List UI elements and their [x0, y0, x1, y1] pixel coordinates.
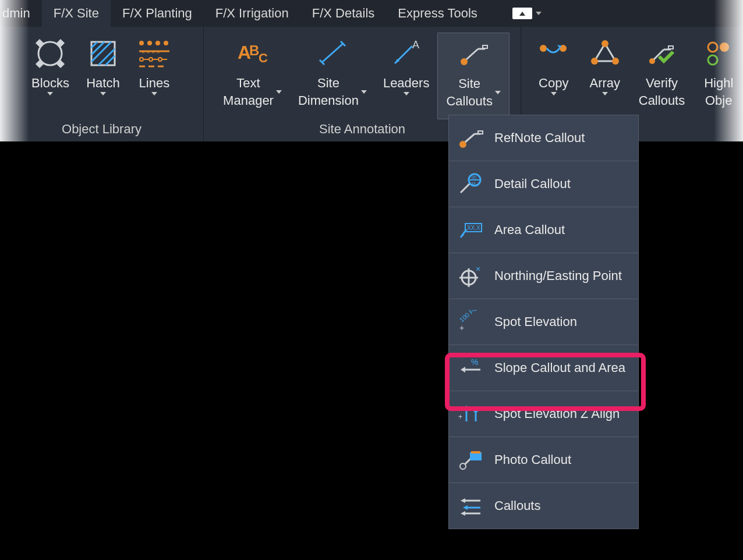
tab-admin[interactable]: dmin [0, 0, 42, 27]
menu-slope-callout[interactable]: % Slope Callout and Area [449, 345, 638, 391]
svg-line-29 [322, 44, 343, 62]
text-manager-button[interactable]: A B C Text Manager [215, 33, 290, 119]
svg-text:B: B [249, 42, 259, 58]
menu-label: Area Callout [494, 222, 565, 238]
site-callouts-button[interactable]: Site Callouts [437, 33, 509, 119]
svg-point-52 [720, 42, 729, 52]
svg-line-54 [465, 134, 475, 142]
svg-line-57 [461, 183, 470, 193]
svg-text:A: A [412, 39, 419, 51]
highlight-object-icon [701, 36, 736, 71]
array-icon [588, 36, 622, 71]
spot-z-align-icon: + + [456, 399, 485, 428]
svg-point-11 [139, 41, 144, 45]
menu-spot-elevation[interactable]: + 100 FG Spot Elevation [449, 299, 638, 345]
panel-object-library: Blocks Hatch [0, 27, 204, 141]
callouts-icon [456, 491, 485, 520]
panel-title-object-library: Object Library [0, 119, 203, 141]
menu-photo-callout[interactable]: Photo Callout [449, 437, 638, 483]
svg-point-17 [140, 58, 143, 61]
leaders-icon: A [389, 36, 424, 71]
menu-area-callout[interactable]: XX.X Area Callout [449, 207, 638, 253]
verify-callouts-icon [644, 36, 679, 71]
svg-text:XX.X: XX.X [467, 225, 480, 231]
photo-callout-icon [456, 445, 485, 474]
svg-rect-4 [56, 60, 65, 68]
svg-line-36 [466, 49, 478, 59]
site-callouts-icon [456, 37, 491, 72]
refnote-callout-icon [456, 123, 485, 153]
svg-marker-86 [461, 498, 465, 503]
menu-refnote-callout[interactable]: RefNote Callout [449, 115, 638, 161]
menu-label: Detail Callout [494, 176, 571, 192]
verify-callouts-button[interactable]: Verify Callouts [631, 33, 693, 119]
svg-point-43 [602, 40, 608, 47]
svg-point-45 [591, 58, 598, 65]
menu-label: Spot Elevation [494, 314, 577, 329]
workspace-switch-icon[interactable] [512, 8, 532, 19]
copy-button[interactable]: Copy [528, 33, 579, 119]
svg-point-51 [708, 55, 717, 65]
blocks-icon [33, 36, 68, 71]
site-dimension-icon [315, 36, 350, 71]
site-callouts-dropdown: RefNote Callout 00 xx Detail Callout XX.… [448, 115, 639, 529]
menu-detail-callout[interactable]: 00 xx Detail Callout [449, 161, 638, 207]
leaders-button[interactable]: A Leaders [375, 33, 438, 119]
tab-fx-planting[interactable]: F/X Planting [111, 0, 204, 27]
tab-express-tools[interactable]: Express Tools [386, 0, 489, 27]
text-manager-icon: A B C [235, 36, 270, 71]
svg-text:xx: xx [472, 181, 476, 185]
menu-northing-easting[interactable]: × Northing/Easting Point [449, 253, 638, 299]
ribbon-tabs: dmin F/X Site F/X Planting F/X Irrigatio… [0, 0, 743, 27]
svg-rect-84 [471, 451, 480, 453]
array-button[interactable]: Array [579, 33, 631, 119]
svg-rect-1 [36, 39, 44, 47]
svg-point-0 [38, 42, 62, 65]
svg-text:100 FG: 100 FG [458, 310, 479, 324]
svg-rect-49 [668, 46, 673, 49]
svg-rect-2 [56, 39, 65, 47]
svg-text:%: % [471, 357, 478, 367]
svg-rect-3 [36, 60, 44, 68]
menu-label: Photo Callout [494, 452, 571, 467]
svg-text:C: C [259, 51, 268, 65]
spot-elevation-icon: + 100 FG [456, 307, 485, 336]
lines-button[interactable]: × × × × Lines [129, 33, 180, 119]
tab-fx-site[interactable]: F/X Site [42, 0, 111, 27]
northing-easting-icon: × [456, 261, 485, 290]
workspace-switch-dropdown-icon[interactable] [536, 12, 542, 15]
menu-label: RefNote Callout [494, 130, 585, 146]
svg-point-19 [149, 58, 153, 61]
svg-marker-90 [461, 511, 465, 516]
menu-callouts[interactable]: Callouts [449, 483, 638, 529]
highlight-object-button[interactable]: Highl Obje [693, 33, 736, 119]
svg-marker-77 [464, 405, 469, 410]
svg-point-14 [164, 41, 168, 45]
slope-callout-icon: % [456, 353, 485, 382]
svg-rect-56 [478, 131, 483, 134]
menu-label: Northing/Easting Point [494, 268, 622, 283]
hatch-button[interactable]: Hatch [77, 33, 129, 119]
svg-point-13 [155, 41, 160, 45]
svg-marker-88 [463, 505, 468, 510]
tab-fx-details[interactable]: F/X Details [300, 0, 387, 27]
site-dimension-button[interactable]: Site Dimension [290, 33, 375, 119]
svg-point-12 [147, 41, 152, 45]
lines-icon: × × × × [137, 36, 172, 71]
menu-label: Slope Callout and Area [494, 360, 625, 375]
svg-text:+: + [459, 323, 464, 332]
area-callout-icon: XX.X [456, 215, 485, 244]
svg-line-7 [91, 42, 104, 55]
svg-text:+: + [458, 413, 462, 421]
menu-spot-z-align[interactable]: + + Spot Elevation Z Align [449, 391, 638, 437]
tab-fx-irrigation[interactable]: F/X Irrigation [204, 0, 300, 27]
svg-rect-83 [470, 452, 482, 460]
svg-text:00: 00 [472, 175, 476, 179]
svg-text:×: × [476, 264, 480, 274]
svg-rect-38 [483, 45, 487, 48]
blocks-button[interactable]: Blocks [23, 33, 77, 119]
menu-label: Callouts [494, 498, 540, 513]
svg-point-39 [540, 45, 547, 52]
hatch-icon [86, 36, 121, 71]
detail-callout-icon: 00 xx [456, 169, 485, 199]
